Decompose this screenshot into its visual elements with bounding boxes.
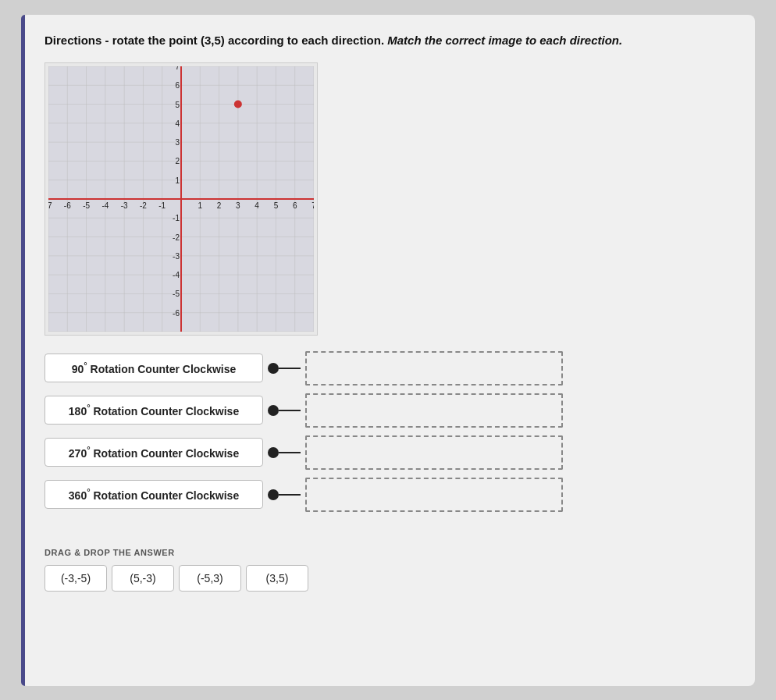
match-row-360: 360° Rotation Counter Clockwise bbox=[44, 478, 563, 512]
drag-item-4[interactable]: (3,5) bbox=[246, 565, 308, 592]
match-row-270: 270° Rotation Counter Clockwise bbox=[44, 435, 563, 470]
match-row-180: 180° Rotation Counter Clockwise bbox=[44, 393, 563, 428]
coordinate-grid bbox=[44, 62, 318, 336]
dot-180 bbox=[268, 405, 279, 416]
directions-text: Directions - rotate the point (3,5) acco… bbox=[44, 32, 732, 48]
left-accent bbox=[21, 15, 25, 686]
drag-item-1[interactable]: (-3,-5) bbox=[44, 565, 107, 592]
match-row-90: 90° Rotation Counter Clockwise bbox=[44, 351, 563, 386]
dot-360 bbox=[268, 489, 279, 500]
drag-label: DRAG & DROP THE ANSWER bbox=[44, 548, 308, 557]
line-360 bbox=[279, 494, 301, 496]
main-card: Directions - rotate the point (3,5) acco… bbox=[21, 15, 755, 686]
drop-box-90[interactable] bbox=[305, 351, 563, 386]
dot-270 bbox=[268, 447, 279, 458]
connector-360 bbox=[268, 489, 301, 500]
line-180 bbox=[279, 410, 301, 411]
label-360: 360° Rotation Counter Clockwise bbox=[44, 480, 263, 509]
dot-90 bbox=[268, 363, 279, 374]
label-180: 180° Rotation Counter Clockwise bbox=[44, 396, 263, 425]
matching-section: 90° Rotation Counter Clockwise 180° Rota… bbox=[44, 351, 563, 512]
content-area: 90° Rotation Counter Clockwise 180° Rota… bbox=[44, 62, 732, 592]
drag-item-3[interactable]: (-5,3) bbox=[179, 565, 241, 592]
line-270 bbox=[279, 452, 301, 453]
connector-90 bbox=[268, 363, 301, 374]
drag-section: DRAG & DROP THE ANSWER (-3,-5) (5,-3) (-… bbox=[44, 548, 308, 592]
drop-box-360[interactable] bbox=[305, 478, 563, 512]
label-270: 270° Rotation Counter Clockwise bbox=[44, 438, 263, 467]
connector-180 bbox=[268, 405, 301, 416]
drag-items: (-3,-5) (5,-3) (-5,3) (3,5) bbox=[44, 565, 308, 592]
left-panel: 90° Rotation Counter Clockwise 180° Rota… bbox=[44, 62, 563, 592]
drop-box-270[interactable] bbox=[305, 435, 563, 470]
line-90 bbox=[279, 368, 301, 369]
drag-item-2[interactable]: (5,-3) bbox=[112, 565, 174, 592]
connector-270 bbox=[268, 447, 301, 458]
drop-box-180[interactable] bbox=[305, 393, 563, 428]
label-90: 90° Rotation Counter Clockwise bbox=[44, 354, 263, 382]
